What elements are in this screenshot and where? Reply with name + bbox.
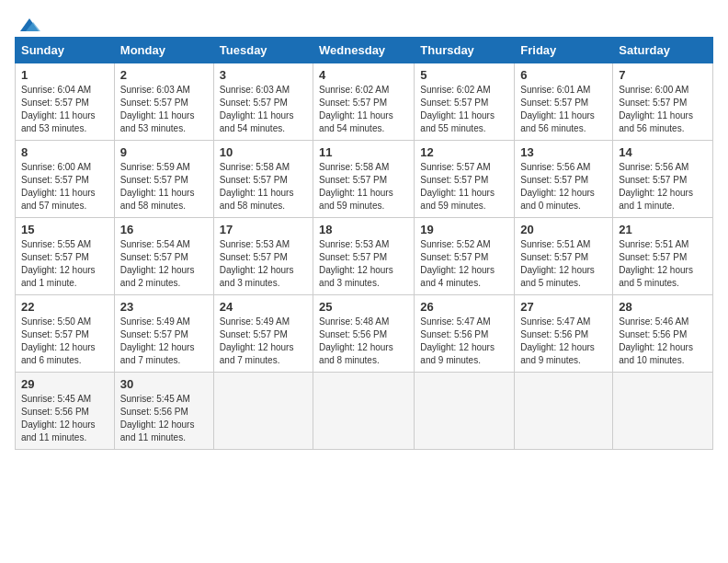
day-info: Sunrise: 5:53 AMSunset: 5:57 PMDaylight:…: [319, 239, 393, 288]
day-number: 23: [120, 300, 208, 314]
calendar-cell: 23 Sunrise: 5:49 AMSunset: 5:57 PMDaylig…: [114, 295, 213, 373]
calendar-week-row: 15 Sunrise: 5:55 AMSunset: 5:57 PMDaylig…: [16, 218, 713, 295]
calendar-cell: 29 Sunrise: 5:45 AMSunset: 5:56 PMDaylig…: [16, 373, 115, 450]
day-number: 10: [220, 145, 307, 159]
weekday-header-wednesday: Wednesday: [313, 38, 415, 63]
calendar-cell: 19 Sunrise: 5:52 AMSunset: 5:57 PMDaylig…: [415, 218, 515, 295]
day-info: Sunrise: 6:00 AMSunset: 5:57 PMDaylight:…: [619, 85, 693, 133]
day-info: Sunrise: 5:56 AMSunset: 5:57 PMDaylight:…: [619, 162, 693, 211]
calendar-cell: 10 Sunrise: 5:58 AMSunset: 5:57 PMDaylig…: [213, 141, 313, 218]
calendar-cell: 13 Sunrise: 5:56 AMSunset: 5:57 PMDaylig…: [515, 141, 613, 218]
calendar-cell: 26 Sunrise: 5:47 AMSunset: 5:56 PMDaylig…: [415, 295, 515, 373]
day-number: 9: [120, 145, 208, 159]
logo-icon: [17, 15, 42, 35]
day-info: Sunrise: 5:57 AMSunset: 5:57 PMDaylight:…: [420, 162, 495, 211]
day-number: 19: [420, 223, 508, 236]
weekday-header-row: SundayMondayTuesdayWednesdayThursdayFrid…: [16, 38, 713, 63]
calendar-cell: 17 Sunrise: 5:53 AMSunset: 5:57 PMDaylig…: [213, 218, 313, 295]
day-info: Sunrise: 5:49 AMSunset: 5:57 PMDaylight:…: [220, 316, 294, 365]
calendar-cell: [313, 373, 415, 450]
day-number: 30: [120, 377, 208, 391]
day-number: 27: [520, 300, 607, 314]
day-info: Sunrise: 5:58 AMSunset: 5:57 PMDaylight:…: [220, 162, 294, 211]
calendar-week-row: 22 Sunrise: 5:50 AMSunset: 5:57 PMDaylig…: [16, 295, 713, 373]
day-info: Sunrise: 5:46 AMSunset: 5:56 PMDaylight:…: [619, 316, 693, 365]
calendar-week-row: 1 Sunrise: 6:04 AMSunset: 5:57 PMDayligh…: [16, 63, 713, 141]
calendar-cell: 3 Sunrise: 6:03 AMSunset: 5:57 PMDayligh…: [213, 63, 313, 141]
day-info: Sunrise: 5:58 AMSunset: 5:57 PMDaylight:…: [319, 162, 393, 211]
day-number: 21: [619, 223, 707, 236]
day-number: 26: [420, 300, 508, 314]
day-info: Sunrise: 5:47 AMSunset: 5:56 PMDaylight:…: [420, 316, 495, 365]
day-number: 14: [619, 145, 707, 159]
day-number: 1: [21, 68, 108, 82]
calendar-cell: 1 Sunrise: 6:04 AMSunset: 5:57 PMDayligh…: [16, 63, 115, 141]
day-number: 6: [520, 68, 607, 82]
calendar-cell: 2 Sunrise: 6:03 AMSunset: 5:57 PMDayligh…: [114, 63, 213, 141]
calendar-cell: 22 Sunrise: 5:50 AMSunset: 5:57 PMDaylig…: [16, 295, 115, 373]
day-info: Sunrise: 6:04 AMSunset: 5:57 PMDaylight:…: [21, 85, 96, 133]
day-info: Sunrise: 5:45 AMSunset: 5:56 PMDaylight:…: [120, 394, 195, 442]
calendar-cell: 14 Sunrise: 5:56 AMSunset: 5:57 PMDaylig…: [613, 141, 713, 218]
day-info: Sunrise: 5:49 AMSunset: 5:57 PMDaylight:…: [120, 316, 195, 365]
day-number: 18: [319, 223, 408, 236]
calendar-cell: 11 Sunrise: 5:58 AMSunset: 5:57 PMDaylig…: [313, 141, 415, 218]
day-number: 13: [520, 145, 607, 159]
day-number: 24: [220, 300, 307, 314]
calendar-week-row: 8 Sunrise: 6:00 AMSunset: 5:57 PMDayligh…: [16, 141, 713, 218]
day-number: 2: [120, 68, 208, 82]
calendar-cell: [415, 373, 515, 450]
day-number: 25: [319, 300, 408, 314]
calendar-cell: 18 Sunrise: 5:53 AMSunset: 5:57 PMDaylig…: [313, 218, 415, 295]
day-info: Sunrise: 5:47 AMSunset: 5:56 PMDaylight:…: [520, 316, 595, 365]
calendar-cell: 16 Sunrise: 5:54 AMSunset: 5:57 PMDaylig…: [114, 218, 213, 295]
day-number: 29: [21, 377, 108, 391]
calendar-cell: 9 Sunrise: 5:59 AMSunset: 5:57 PMDayligh…: [114, 141, 213, 218]
day-number: 16: [120, 223, 208, 236]
day-info: Sunrise: 5:59 AMSunset: 5:57 PMDaylight:…: [120, 162, 195, 211]
weekday-header-sunday: Sunday: [16, 38, 115, 63]
calendar-cell: [515, 373, 613, 450]
calendar-cell: 28 Sunrise: 5:46 AMSunset: 5:56 PMDaylig…: [613, 295, 713, 373]
day-info: Sunrise: 5:50 AMSunset: 5:57 PMDaylight:…: [21, 316, 96, 365]
calendar-cell: 24 Sunrise: 5:49 AMSunset: 5:57 PMDaylig…: [213, 295, 313, 373]
day-info: Sunrise: 6:02 AMSunset: 5:57 PMDaylight:…: [319, 85, 393, 133]
calendar-cell: 27 Sunrise: 5:47 AMSunset: 5:56 PMDaylig…: [515, 295, 613, 373]
calendar-cell: 30 Sunrise: 5:45 AMSunset: 5:56 PMDaylig…: [114, 373, 213, 450]
day-number: 28: [619, 300, 707, 314]
weekday-header-monday: Monday: [114, 38, 213, 63]
day-info: Sunrise: 5:51 AMSunset: 5:57 PMDaylight:…: [520, 239, 595, 288]
weekday-header-tuesday: Tuesday: [213, 38, 313, 63]
day-info: Sunrise: 6:00 AMSunset: 5:57 PMDaylight:…: [21, 162, 96, 211]
day-info: Sunrise: 5:55 AMSunset: 5:57 PMDaylight:…: [21, 239, 96, 288]
calendar-week-row: 29 Sunrise: 5:45 AMSunset: 5:56 PMDaylig…: [16, 373, 713, 450]
calendar-cell: [213, 373, 313, 450]
day-info: Sunrise: 5:48 AMSunset: 5:56 PMDaylight:…: [319, 316, 393, 365]
day-info: Sunrise: 6:02 AMSunset: 5:57 PMDaylight:…: [420, 85, 495, 133]
calendar-cell: 15 Sunrise: 5:55 AMSunset: 5:57 PMDaylig…: [16, 218, 115, 295]
calendar-cell: 5 Sunrise: 6:02 AMSunset: 5:57 PMDayligh…: [415, 63, 515, 141]
day-number: 17: [220, 223, 307, 236]
day-number: 11: [319, 145, 408, 159]
page-header: [15, 15, 713, 28]
day-number: 22: [21, 300, 108, 314]
day-number: 12: [420, 145, 508, 159]
day-number: 8: [21, 145, 108, 159]
day-info: Sunrise: 6:03 AMSunset: 5:57 PMDaylight:…: [220, 85, 294, 133]
calendar-cell: 20 Sunrise: 5:51 AMSunset: 5:57 PMDaylig…: [515, 218, 613, 295]
logo: [15, 15, 42, 28]
day-number: 4: [319, 68, 408, 82]
day-info: Sunrise: 5:45 AMSunset: 5:56 PMDaylight:…: [21, 394, 96, 442]
day-info: Sunrise: 5:52 AMSunset: 5:57 PMDaylight:…: [420, 239, 495, 288]
day-info: Sunrise: 5:53 AMSunset: 5:57 PMDaylight:…: [220, 239, 294, 288]
day-number: 15: [21, 223, 108, 236]
day-number: 3: [220, 68, 307, 82]
calendar-cell: 8 Sunrise: 6:00 AMSunset: 5:57 PMDayligh…: [16, 141, 115, 218]
day-info: Sunrise: 6:01 AMSunset: 5:57 PMDaylight:…: [520, 85, 595, 133]
calendar-cell: 25 Sunrise: 5:48 AMSunset: 5:56 PMDaylig…: [313, 295, 415, 373]
weekday-header-saturday: Saturday: [613, 38, 713, 63]
day-info: Sunrise: 5:56 AMSunset: 5:57 PMDaylight:…: [520, 162, 595, 211]
calendar-cell: 12 Sunrise: 5:57 AMSunset: 5:57 PMDaylig…: [415, 141, 515, 218]
weekday-header-thursday: Thursday: [415, 38, 515, 63]
calendar-cell: 6 Sunrise: 6:01 AMSunset: 5:57 PMDayligh…: [515, 63, 613, 141]
